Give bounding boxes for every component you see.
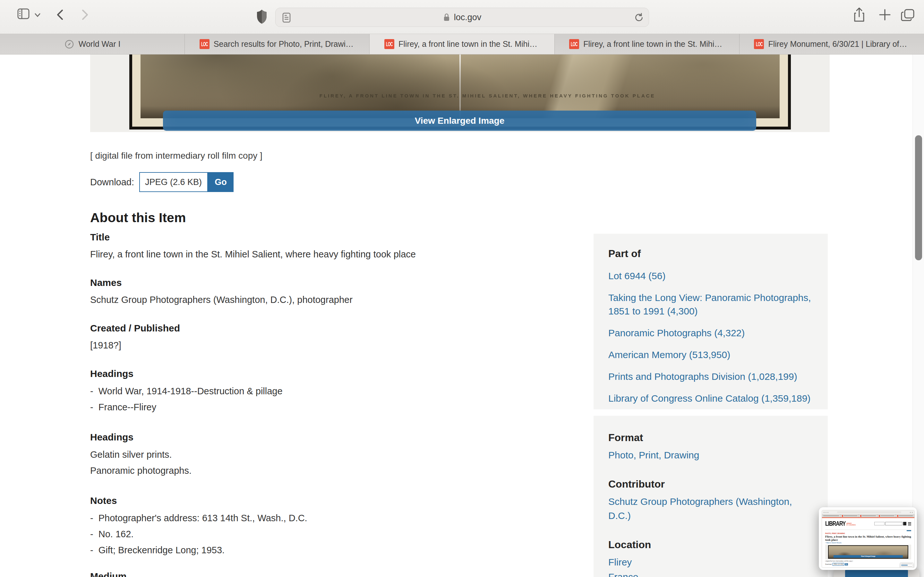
- part-of-link-prints-photographs-division[interactable]: Prints and Photographs Division (1,028,1…: [608, 370, 813, 384]
- part-of-link-panoramic-photographs[interactable]: Panoramic Photographs (4,322): [608, 326, 813, 340]
- photo-image: FLIREY, A FRONT LINE TOWN IN THE ST. MIH…: [141, 55, 780, 118]
- loc-favicon: LOC: [754, 39, 764, 49]
- scrollbar-track[interactable]: [913, 55, 924, 577]
- view-enlarged-image-button[interactable]: View Enlarged Image: [163, 111, 756, 131]
- tab-flirey-item-2[interactable]: LOC Flirey, a front line town in the St.…: [555, 34, 740, 54]
- tab-title: World War I: [79, 39, 121, 49]
- tab-bar: World War I LOC Search results for Photo…: [0, 34, 924, 55]
- chevron-down-icon: [33, 12, 42, 18]
- title-value: Flirey, a front line town in the St. Mih…: [90, 248, 519, 261]
- sidebar-toggle-button[interactable]: [14, 7, 32, 21]
- notes-label: Notes: [90, 495, 519, 506]
- note-item: - Gift; Breckenridge Long; 1953.: [90, 542, 519, 558]
- tab-title: Flirey, a front line town in the St. Mih…: [583, 39, 724, 49]
- photo-caption-text: FLIREY, A FRONT LINE TOWN IN THE ST. MIH…: [320, 93, 716, 98]
- scrollbar-thumb[interactable]: [915, 135, 922, 260]
- browser-toolbar: loc.gov: [0, 0, 924, 34]
- part-of-link-lot-6944[interactable]: Lot 6944 (56): [608, 269, 813, 283]
- mini-page-body: LIBRARY LIBRARY OF CONGRESS: [822, 518, 914, 568]
- mini-photo-section: View Enlarged Image: [825, 545, 911, 559]
- tab-title: Search results for Photo, Print, Drawing…: [214, 39, 355, 49]
- new-tab-button[interactable]: [878, 7, 892, 23]
- loc-favicon: LOC: [569, 39, 579, 49]
- part-of-link-american-memory[interactable]: American Memory (513,950): [608, 348, 813, 362]
- mini-nested-thumbnail: [900, 562, 913, 568]
- loc-favicon: LOC: [384, 39, 394, 49]
- tab-world-war-i[interactable]: World War I: [0, 34, 185, 54]
- mini-loc-header: LIBRARY LIBRARY OF CONGRESS: [825, 519, 911, 530]
- mini-address-field: [837, 511, 901, 513]
- tab-flirey-monument[interactable]: LOC Flirey Monument, 6/30/21 | Library o…: [740, 34, 924, 54]
- contributor-heading: Contributor: [608, 478, 813, 490]
- mini-search-bar: [874, 522, 911, 525]
- plus-icon: [878, 7, 892, 23]
- heading-item: Panoramic photographs.: [90, 463, 519, 479]
- share-icon: [852, 7, 866, 24]
- tab-search-results[interactable]: LOC Search results for Photo, Print, Dra…: [185, 34, 370, 54]
- back-chevron-icon: [54, 7, 67, 23]
- contributor-link[interactable]: Schutz Group Photographers (Washington, …: [608, 495, 813, 523]
- select-chevron-icon: [202, 179, 203, 185]
- url-text-wrap: loc.gov: [276, 8, 649, 27]
- reload-icon[interactable]: [634, 13, 644, 23]
- download-label: Download:: [90, 177, 134, 187]
- location-heading: Location: [608, 539, 813, 551]
- item-details-column: [ digital file from intermediary roll fi…: [90, 132, 519, 577]
- forward-button[interactable]: [78, 7, 91, 23]
- privacy-report-button[interactable]: [255, 8, 268, 25]
- mini-search-input: [885, 522, 903, 525]
- title-label: Title: [90, 232, 519, 243]
- tabs-overview-icon: [900, 7, 917, 23]
- address-bar[interactable]: loc.gov: [275, 8, 649, 27]
- about-this-item-heading: About this Item: [90, 210, 519, 226]
- tab-flirey-item-active[interactable]: LOC Flirey, a front line town in the St.…: [370, 34, 554, 54]
- mini-go-button: Go: [845, 563, 848, 566]
- compass-icon: [64, 39, 74, 49]
- download-go-button[interactable]: Go: [208, 172, 234, 192]
- names-value: Schutz Group Photographers (Washington, …: [90, 293, 519, 306]
- shield-icon: [255, 8, 268, 25]
- headings-list-2: Gelatin silver prints. Panoramic photogr…: [90, 446, 519, 479]
- digital-file-note: [ digital file from intermediary roll fi…: [90, 151, 519, 161]
- mini-page: LIBRARY LIBRARY OF CONGRESS: [822, 510, 915, 568]
- location-link-flirey[interactable]: Flirey: [608, 555, 813, 569]
- mini-tab-bar: [822, 514, 914, 518]
- share-button[interactable]: [852, 7, 866, 24]
- part-of-link-online-catalog[interactable]: Library of Congress Online Catalog (1,35…: [608, 392, 813, 405]
- headings-label-1: Headings: [90, 368, 519, 379]
- part-of-heading: Part of: [608, 248, 813, 259]
- safari-window: loc.gov: [0, 0, 924, 577]
- heading-item: Gelatin silver prints.: [90, 446, 519, 463]
- tab-title: Flirey, a front line town in the St. Mih…: [399, 39, 540, 49]
- url-text: loc.gov: [454, 13, 481, 23]
- format-link[interactable]: Photo, Print, Drawing: [608, 448, 813, 462]
- page-viewport: FLIREY, A FRONT LINE TOWN IN THE ST. MIH…: [0, 55, 924, 577]
- mini-download-row: Download: JPEG (2.6 KB) Go: [825, 563, 911, 566]
- loc-logo-main: LIBRARY: [825, 520, 846, 527]
- download-format-select[interactable]: JPEG (2.6 KB): [139, 172, 208, 192]
- selected-format: JPEG (2.6 KB): [145, 177, 202, 187]
- loc-logo: LIBRARY LIBRARY OF CONGRESS: [825, 520, 856, 526]
- lock-icon: [443, 13, 450, 22]
- tab-overview-button[interactable]: [900, 7, 917, 23]
- headings-list-1: - World War, 1914-1918--Destruction & pi…: [90, 383, 519, 415]
- mini-back-link: < Back to Search Results: [825, 542, 911, 544]
- part-of-link-taking-the-long-view[interactable]: Taking the Long View: Panoramic Photogra…: [608, 291, 813, 318]
- screenshot-preview-thumbnail[interactable]: LIBRARY LIBRARY OF CONGRESS: [819, 507, 917, 570]
- sidebar-expand-button[interactable]: [33, 12, 42, 18]
- notes-list: - Photographer's address: 613 14th St., …: [90, 510, 519, 558]
- note-item: - Photographer's address: 613 14th St., …: [90, 510, 519, 526]
- preview-back-blue-bar: [845, 570, 908, 577]
- mini-breadcrumb: PHOTO, PRINT, DRAWING: [825, 532, 911, 534]
- note-item: - No. 162.: [90, 526, 519, 542]
- mini-browser-chrome: [822, 510, 914, 514]
- heading-item: - France--Flirey: [90, 399, 519, 415]
- loc-logo-sub2: OF CONGRESS: [846, 524, 856, 526]
- back-button[interactable]: [54, 7, 67, 23]
- names-label: Names: [90, 277, 519, 288]
- part-of-box: Part of Lot 6944 (56) Taking the Long Vi…: [594, 234, 828, 409]
- location-link-france[interactable]: France: [608, 570, 813, 577]
- location-group: Location Flirey France: [608, 539, 813, 577]
- mini-view-enlarged-bar: View Enlarged Image: [834, 555, 903, 558]
- contributor-group: Contributor Schutz Group Photographers (…: [608, 478, 813, 523]
